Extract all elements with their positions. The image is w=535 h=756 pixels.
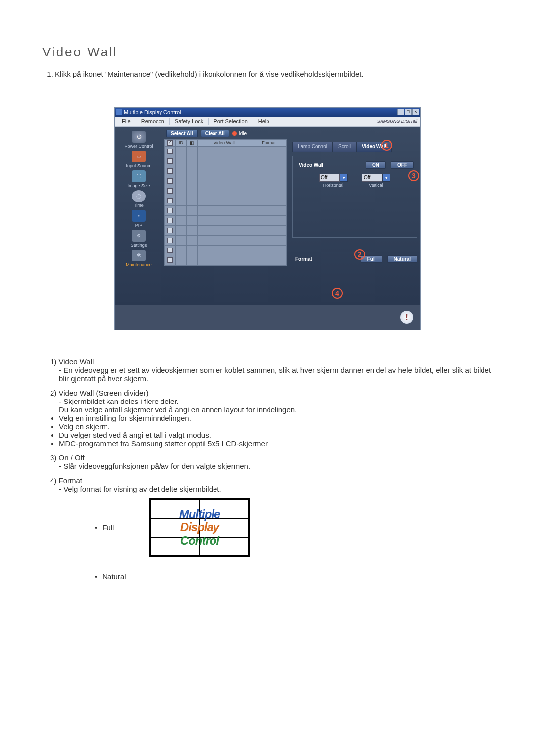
sidebar-item-pip[interactable]: ▫PIP (119, 210, 159, 228)
table-row[interactable] (165, 196, 287, 206)
chevron-down-icon[interactable]: ▾ (340, 174, 348, 182)
row-checkbox[interactable] (167, 218, 173, 223)
note-2-body1: - Skjermbildet kan deles i flere deler. (59, 397, 493, 405)
minimize-icon[interactable]: _ (397, 109, 404, 115)
row-checkbox[interactable] (167, 198, 173, 203)
sidebar-item-power[interactable]: ⏻Power Control (119, 131, 159, 149)
sidebar-item-label: Settings (119, 243, 159, 248)
idle-label: Idle (239, 131, 247, 136)
titlebar: Multiple Display Control _ □ × (115, 108, 420, 117)
menu-help[interactable]: Help (253, 117, 274, 125)
pip-icon: ▫ (132, 210, 146, 222)
list-item: Du velger sted ved å angi et tall i valg… (59, 431, 493, 439)
select-all-button[interactable]: Select All (166, 130, 198, 137)
note-2-body2: Du kan velge antall skjermer ved å angi … (59, 405, 493, 414)
header-id: ID (176, 140, 187, 146)
row-checkbox[interactable] (167, 248, 173, 253)
chevron-down-icon[interactable]: ▾ (382, 174, 390, 182)
table-row[interactable] (165, 236, 287, 246)
row-checkbox[interactable] (167, 238, 173, 243)
full-format-row: Full Multiple Display Control (95, 498, 493, 557)
video-wall-panel: Video Wall ON OFF Off ▾ Horizontal (292, 156, 417, 238)
window-title: Multiple Display Control (124, 109, 397, 115)
natural-format-row: Natural (95, 572, 493, 581)
video-wall-label: Video Wall (296, 162, 323, 168)
vertical-label: Vertical (362, 183, 390, 188)
full-label: Full (95, 523, 129, 532)
row-checkbox[interactable] (167, 188, 173, 194)
menu-safety-lock[interactable]: Safety Lock (170, 117, 208, 125)
table-row[interactable] (165, 216, 287, 226)
callout-2: 2 (354, 249, 365, 260)
diagram-overlay: Multiple Display Control (151, 500, 249, 556)
note-2-bullets: Velg en innstilling for skjerminndelinge… (59, 414, 493, 448)
screenshot-container: Multiple Display Control _ □ × File Remo… (42, 107, 493, 330)
sidebar-item-input[interactable]: ▭Input Source (119, 151, 159, 168)
row-checkbox[interactable] (167, 149, 173, 154)
horizontal-label: Horizontal (319, 183, 348, 188)
input-icon: ▭ (132, 151, 146, 162)
row-checkbox[interactable] (167, 168, 173, 174)
table-row[interactable] (165, 156, 287, 166)
close-icon[interactable]: × (412, 109, 419, 115)
row-checkbox[interactable] (167, 257, 173, 263)
note-1-body: - En videovegg er et sett av videoskjerm… (59, 366, 493, 383)
table-row[interactable] (165, 246, 287, 255)
header-checkbox[interactable] (165, 140, 176, 146)
sidebar-item-image-size[interactable]: ⛶Image Size (119, 170, 159, 188)
list-item: Velg en skjerm. (59, 422, 493, 431)
tab-lamp-control[interactable]: Lamp Control (292, 142, 333, 152)
tabs: Lamp Control Scroll Video Wall (292, 142, 417, 152)
vertical-select[interactable]: Off ▾ (362, 174, 390, 182)
brand-label: SAMSUNG DIGITall (377, 119, 420, 124)
row-checkbox[interactable] (167, 208, 173, 213)
row-checkbox[interactable] (167, 178, 173, 184)
maintenance-icon: 🛠 (132, 250, 146, 261)
table-row[interactable] (165, 186, 287, 196)
note-4-body: - Velg format for visning av det delte s… (59, 485, 493, 493)
tab-scroll[interactable]: Scroll (333, 142, 356, 152)
menu-remocon[interactable]: Remocon (136, 117, 169, 125)
table-row[interactable] (165, 166, 287, 176)
sidebar-item-settings[interactable]: ⚙Settings (119, 230, 159, 248)
note-4-title: 4) Format (50, 476, 493, 485)
grid-body (164, 147, 287, 266)
table-row[interactable] (165, 255, 287, 265)
sidebar-item-time[interactable]: ◯Time (119, 190, 159, 208)
table-row[interactable] (165, 176, 287, 186)
row-checkbox[interactable] (167, 228, 173, 233)
on-button[interactable]: ON (366, 161, 386, 169)
menu-port-selection[interactable]: Port Selection (209, 117, 252, 125)
center-toolbar: Select All Clear All Idle (162, 130, 289, 137)
right-panel: 1 3 Lamp Control Scroll Video Wall Video… (289, 127, 420, 305)
grid-header: ID ◧ Video Wall Format (164, 139, 287, 147)
time-icon: ◯ (132, 190, 146, 202)
row-checkbox[interactable] (167, 158, 173, 164)
instruction-item: Klikk på ikonet "Maintenance" (vedlikeho… (55, 69, 493, 80)
off-button[interactable]: OFF (391, 161, 414, 169)
center-panel: Select All Clear All Idle ID ◧ Video Wal… (162, 127, 289, 305)
full-diagram: Multiple Display Control (149, 498, 250, 557)
status-dot-icon (232, 131, 237, 136)
natural-label: Natural (95, 572, 129, 581)
natural-button[interactable]: Natural (387, 255, 417, 263)
menu-file[interactable]: File (117, 117, 136, 125)
sidebar-item-label: PIP (119, 223, 159, 228)
header-icon: ◧ (187, 140, 198, 146)
maximize-icon[interactable]: □ (405, 109, 412, 115)
checkbox-icon (167, 140, 173, 146)
table-row[interactable] (165, 147, 287, 156)
clear-all-button[interactable]: Clear All (201, 130, 229, 137)
table-row[interactable] (165, 226, 287, 236)
sidebar-item-label: Image Size (119, 183, 159, 188)
diagram-line2: Display (180, 521, 219, 534)
power-icon: ⏻ (132, 131, 146, 143)
horizontal-select[interactable]: Off ▾ (319, 174, 348, 182)
list-item: Velg en innstilling for skjerminndelinge… (59, 414, 493, 422)
instruction-list: Klikk på ikonet "Maintenance" (vedlikeho… (47, 69, 493, 80)
horizontal-value: Off (319, 174, 340, 182)
table-row[interactable] (165, 206, 287, 216)
notes-section: 1) Video Wall - En videovegg er et sett … (45, 357, 493, 581)
sidebar-item-maintenance[interactable]: 🛠Maintenance (119, 250, 159, 267)
bottom-status-bar: ! (115, 305, 420, 330)
